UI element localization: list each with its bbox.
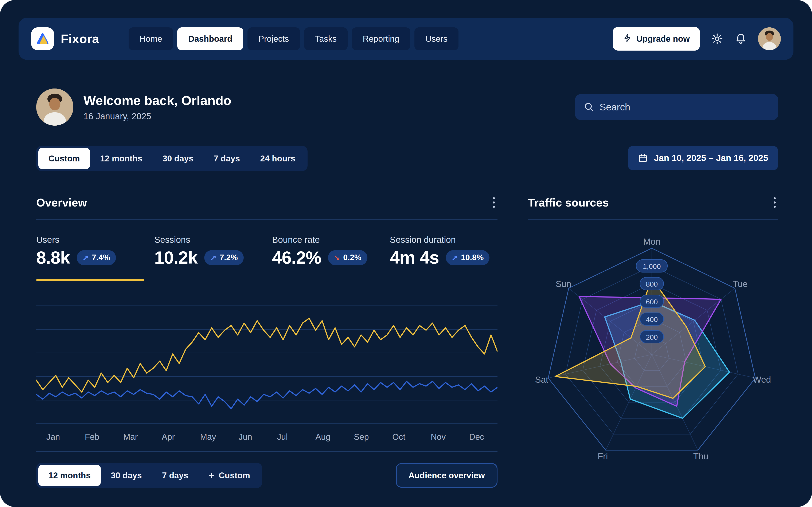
svg-text:800: 800 [646,280,658,288]
brand: Fixora [31,27,99,50]
trend-value: 10.8% [461,253,484,262]
brand-name: Fixora [61,32,99,46]
calendar-icon [638,153,648,163]
welcome-title: Welcome back, Orlando [84,93,231,108]
svg-text:Wed: Wed [753,375,771,385]
traffic-title: Traffic sources [528,196,609,209]
stats-row: Users 8.8k ↗ 7.4% Sessions 10.2k [36,235,497,281]
traffic-menu-button[interactable] [771,195,778,210]
nav-item-reporting[interactable]: Reporting [352,27,410,50]
chart-tab-custom[interactable]: + Custom [198,465,260,486]
tab-12-months[interactable]: 12 months [90,148,152,169]
navbar-actions: Upgrade now [613,27,781,51]
overview-title: Overview [36,196,87,209]
stat-sessions[interactable]: Sessions 10.2k ↗ 7.2% [154,235,262,281]
user-avatar[interactable] [758,27,781,50]
upgrade-label: Upgrade now [636,34,690,44]
trend-badge: ↗ 7.2% [204,250,244,265]
nav-item-dashboard[interactable]: Dashboard [177,27,243,50]
month-label: Feb [74,432,113,442]
month-label: Aug [305,432,343,442]
stat-label: Bounce rate [272,235,380,245]
chart-tab-30-days[interactable]: 30 days [101,465,152,486]
stat-label: Users [36,235,144,245]
stat-value: 10.2k [154,247,198,268]
stat-value: 46.2% [272,247,321,268]
nav-item-projects[interactable]: Projects [248,27,300,50]
search-input[interactable] [599,101,770,113]
svg-text:Fri: Fri [598,451,608,461]
svg-text:200: 200 [646,333,658,341]
main-content: Overview Users 8.8k ↗ 7.4% [36,195,778,493]
trend-value: 7.2% [219,253,238,262]
trend-up-icon: ↗ [83,253,89,262]
overview-footer: 12 months 30 days 7 days + Custom Audien… [36,463,497,488]
stat-label: Session duration [390,235,497,245]
month-label: Jul [267,432,305,442]
stat-users[interactable]: Users 8.8k ↗ 7.4% [36,235,144,281]
fixora-logo-icon [31,27,54,50]
tab-7-days[interactable]: 7 days [204,148,250,169]
tab-30-days[interactable]: 30 days [152,148,204,169]
welcome-date: 16 January, 2025 [84,111,231,121]
month-label: Dec [459,432,497,442]
audience-overview-button[interactable]: Audience overview [396,463,497,488]
trend-badge: ↗ 10.8% [446,250,490,265]
month-label: Jan [36,432,74,442]
settings-button[interactable] [711,33,723,45]
svg-text:Sat: Sat [535,375,548,385]
nav-item-users[interactable]: Users [415,27,458,50]
stat-value: 4m 4s [390,247,439,268]
profile-avatar [36,89,73,126]
lightning-icon [623,33,632,45]
month-label: Apr [152,432,190,442]
top-navbar: Fixora Home Dashboard Projects Tasks Rep… [18,18,794,60]
month-label: Oct [382,432,421,442]
gear-icon [711,33,723,45]
stat-bounce-rate[interactable]: Bounce rate 46.2% ↘ 0.2% [272,235,380,281]
overview-divider [36,219,497,220]
overview-line-chart: JanFebMarAprMayJunJulAugSepOctNovDec [36,293,497,452]
svg-text:400: 400 [646,316,658,324]
nav-item-tasks[interactable]: Tasks [304,27,347,50]
chart-tab-12-months[interactable]: 12 months [38,465,101,486]
trend-value: 0.2% [343,253,362,262]
trend-down-icon: ↘ [334,253,340,262]
svg-text:1,000: 1,000 [643,262,661,270]
app-root: Fixora Home Dashboard Projects Tasks Rep… [0,0,812,507]
stat-session-duration[interactable]: Session duration 4m 4s ↗ 10.8% [390,235,497,281]
upgrade-button[interactable]: Upgrade now [613,27,700,51]
tab-custom[interactable]: Custom [38,148,90,169]
svg-text:Thu: Thu [693,451,708,461]
active-stat-indicator [36,279,144,281]
overview-panel: Overview Users 8.8k ↗ 7.4% [36,195,497,493]
chart-tab-7-days[interactable]: 7 days [152,465,199,486]
notifications-button[interactable] [735,33,747,45]
search-box[interactable] [575,94,778,120]
welcome-section: Welcome back, Orlando 16 January, 2025 [36,89,778,126]
month-label: Nov [421,432,459,442]
tab-24-hours[interactable]: 24 hours [250,148,306,169]
svg-text:Tue: Tue [733,279,748,289]
welcome-user: Welcome back, Orlando 16 January, 2025 [36,89,231,126]
trend-up-icon: ↗ [210,253,216,262]
trend-up-icon: ↗ [452,253,458,262]
controls-row: Custom 12 months 30 days 7 days 24 hours… [36,146,778,171]
overview-menu-button[interactable] [490,195,497,210]
bell-icon [735,33,747,45]
stat-value: 8.8k [36,247,70,268]
nav-item-home[interactable]: Home [128,27,173,50]
traffic-panel: Traffic sources 1,000800600400200MonTueW… [528,195,778,493]
traffic-divider [528,219,778,220]
trend-badge: ↘ 0.2% [328,250,367,265]
plus-icon: + [209,470,214,481]
svg-text:Mon: Mon [643,237,660,246]
date-range-label: Jan 10, 2025 – Jan 16, 2025 [654,153,768,163]
chart-range-tabs: 12 months 30 days 7 days + Custom [36,463,262,488]
time-range-tabs: Custom 12 months 30 days 7 days 24 hours [36,146,308,171]
month-label: Jun [228,432,267,442]
month-label: Sep [344,432,382,442]
date-range-button[interactable]: Jan 10, 2025 – Jan 16, 2025 [628,146,778,170]
month-label: Mar [113,432,152,442]
svg-text:Sun: Sun [556,279,572,289]
